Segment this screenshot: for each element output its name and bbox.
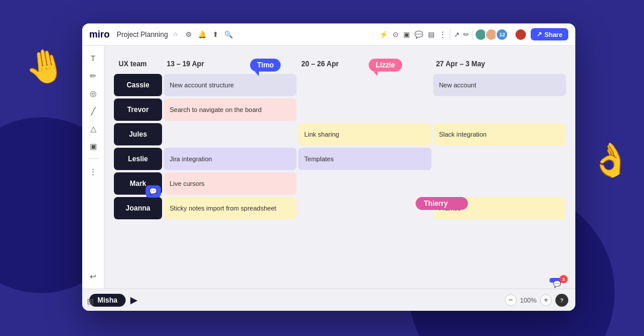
sidebar-back-tool[interactable]: ↩ xyxy=(87,270,100,283)
joanna-col2 xyxy=(298,197,431,219)
label-joanna: Joanna xyxy=(114,197,162,219)
sidebar-divider xyxy=(87,158,99,159)
share-label: Share xyxy=(544,31,562,38)
label-jules: Jules xyxy=(114,123,162,145)
cassie-col3: New account xyxy=(433,74,566,96)
target-icon[interactable]: ⊙ xyxy=(393,30,399,39)
thierry-badge: Thierry xyxy=(416,197,468,210)
toolbar: miro Project Planning ☆ ⚙ 🔔 ⬆ 🔍 ⚡ ⊙ ▣ 💬 … xyxy=(82,23,575,46)
trevor-col2 xyxy=(298,99,431,121)
header-col2: 20 – 26 Apr xyxy=(296,57,431,70)
jules-col2: Link sharing xyxy=(298,123,431,145)
jules-col3: Slack integration xyxy=(433,123,566,145)
hand-left-emoji: 🤚 xyxy=(22,43,69,89)
chat-badge: 3 xyxy=(559,275,568,283)
grid-icon[interactable]: ▤ xyxy=(428,30,434,39)
label-leslie: Leslie xyxy=(114,148,162,170)
main-window: miro Project Planning ☆ ⚙ 🔔 ⬆ 🔍 ⚡ ⊙ ▣ 💬 … xyxy=(82,23,575,311)
header-col3: 27 Apr – 3 May xyxy=(431,57,566,70)
sidebar-shape-tool[interactable]: ◎ xyxy=(87,87,100,100)
timo-cursor-arrow xyxy=(255,72,259,76)
lightning-icon[interactable]: ⚡ xyxy=(379,30,388,39)
avatar-group: 12 xyxy=(477,28,508,41)
lizzie-cursor-arrow xyxy=(373,72,377,76)
thierry-label: Thierry xyxy=(424,199,448,208)
toolbar-divider-2 xyxy=(473,29,473,40)
share-icon: ↗ xyxy=(537,30,542,38)
chat-icon[interactable]: 💬 xyxy=(414,30,423,39)
lizzie-label: Lizzie xyxy=(369,59,402,72)
toolbar-icons: ⚙ 🔔 ⬆ 🔍 xyxy=(186,30,233,39)
sidebar-pen-tool[interactable]: ✏ xyxy=(87,69,100,82)
share-button[interactable]: ↗ Share xyxy=(531,28,568,40)
grid-header: UX team 13 – 19 Apr 20 – 26 Apr 27 Apr –… xyxy=(114,57,566,70)
label-trevor: Trevor xyxy=(114,99,162,121)
frame-icon[interactable]: ▣ xyxy=(403,30,410,39)
search-icon[interactable]: 🔍 xyxy=(224,30,233,39)
chat-bubble-1[interactable]: 💬 xyxy=(146,185,161,198)
sidebar-frame-tool[interactable]: ▣ xyxy=(87,140,100,152)
jules-col1 xyxy=(164,123,296,145)
zoom-in-button[interactable]: + xyxy=(540,294,552,306)
play-arrow-icon[interactable]: ▶ xyxy=(130,294,137,306)
zoom-controls: − 100% + ? xyxy=(505,294,568,307)
upload-icon[interactable]: ⬆ xyxy=(213,30,218,39)
cassie-col2 xyxy=(298,74,431,96)
leslie-col1: Jira integration xyxy=(164,148,296,170)
cursor-lizzie: Lizzie xyxy=(369,59,402,76)
board: Timo Lizzie UX team 13 – 19 Apr 20 – 26 … xyxy=(104,46,575,289)
trevor-col3 xyxy=(433,99,566,121)
sidebar-bottom: ↩ xyxy=(87,270,100,283)
star-icon[interactable]: ☆ xyxy=(173,30,178,38)
board-nav-icon[interactable]: ⊞ xyxy=(87,297,94,306)
mark-col2 xyxy=(298,172,431,195)
row-leslie: Leslie Jira integration Templates xyxy=(114,148,566,170)
row-mark: Mark Live cursors xyxy=(114,172,566,195)
settings-icon[interactable]: ⚙ xyxy=(186,30,192,39)
zoom-level: 100% xyxy=(520,297,537,304)
timo-label: Timo xyxy=(250,59,281,72)
label-cassie: Cassie xyxy=(114,74,162,96)
joanna-col1: Sticky notes import from spreadsheet xyxy=(164,197,296,219)
right-tools: ⚡ ⊙ ▣ 💬 ▤ ⋮ xyxy=(379,30,446,39)
zoom-help-button[interactable]: ? xyxy=(555,294,568,307)
thierry-cursor-arrow xyxy=(455,201,460,206)
user-avatar[interactable] xyxy=(514,28,527,41)
link-icon[interactable]: ↗ xyxy=(454,30,460,39)
chat-bubble-2[interactable]: 💬 3 xyxy=(549,278,565,283)
header-col0: UX team xyxy=(114,57,162,70)
leslie-col2: Templates xyxy=(298,148,431,170)
grid-body: Cassie New account structure New account… xyxy=(114,74,566,219)
cursor-timo: Timo xyxy=(250,59,281,76)
bottom-bar: Misha ▶ − 100% + ? xyxy=(82,289,575,311)
avatar-count: 12 xyxy=(495,28,508,41)
hand-right-emoji: 👌 xyxy=(590,141,631,179)
sidebar-line-tool[interactable]: ╱ xyxy=(87,104,100,117)
row-jules: Jules Link sharing Slack integration xyxy=(114,123,566,145)
cassie-col1: New account structure xyxy=(164,74,296,96)
zoom-out-button[interactable]: − xyxy=(505,294,517,306)
toolbar-right: ⚡ ⊙ ▣ 💬 ▤ ⋮ ↗ ✏ 12 ↗ Share xyxy=(379,28,568,41)
mark-col3 xyxy=(433,172,566,195)
sidebar-text-tool[interactable]: T xyxy=(87,52,100,65)
left-sidebar: T ✏ ◎ ╱ △ ▣ ⋮ ↩ xyxy=(82,46,104,289)
project-title: Project Planning xyxy=(117,30,168,39)
more-icon[interactable]: ⋮ xyxy=(439,30,446,39)
toolbar-divider xyxy=(450,29,450,40)
trevor-col1: Search to navigate on the board xyxy=(164,99,296,121)
leslie-col3 xyxy=(433,148,566,170)
content-area: T ✏ ◎ ╱ △ ▣ ⋮ ↩ Timo Lizzie xyxy=(82,46,575,289)
row-cassie: Cassie New account structure New account xyxy=(114,74,566,96)
logo: miro xyxy=(89,29,110,40)
row-joanna: Joanna Sticky notes import from spreadsh… xyxy=(114,197,566,219)
misha-badge: Misha xyxy=(89,294,126,307)
mark-col1: Live cursors xyxy=(164,172,296,195)
row-trevor: Trevor Search to navigate on the board xyxy=(114,99,566,121)
sidebar-arrow-tool[interactable]: △ xyxy=(87,122,100,135)
notifications-icon[interactable]: 🔔 xyxy=(198,30,207,39)
sidebar-more-tool[interactable]: ⋮ xyxy=(87,165,100,178)
chat-icon-1: 💬 xyxy=(149,188,157,195)
pen-icon[interactable]: ✏ xyxy=(463,30,469,39)
